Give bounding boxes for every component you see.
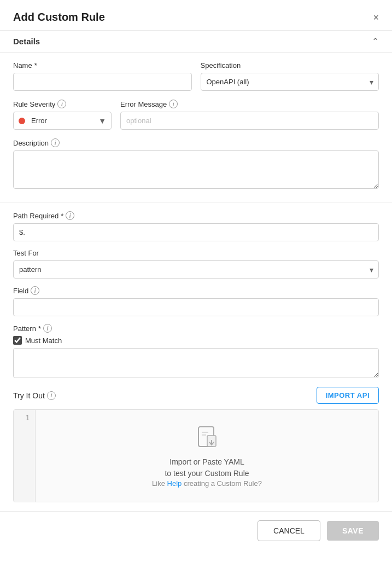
name-spec-row: Name * Specification OpenAPI (all) OpenA… (13, 61, 379, 91)
field-group: Field i (13, 286, 379, 316)
modal-footer: CANCEL SAVE (0, 511, 392, 550)
test-for-select-wrapper: pattern truthy falsy defined undefined a… (13, 260, 379, 279)
severity-select[interactable]: Error Warning Info Hint (13, 112, 112, 130)
details-chevron-icon: ⌃ (372, 36, 379, 47)
specification-select-wrapper: OpenAPI (all) OpenAPI 2.0 OpenAPI 3.0 As… (201, 73, 379, 91)
name-group: Name * (13, 61, 192, 91)
name-input[interactable] (13, 73, 192, 91)
modal-header: Add Custom Rule × (0, 0, 392, 30)
severity-info-icon[interactable]: i (57, 100, 66, 108)
pattern-info-icon[interactable]: i (43, 324, 52, 333)
import-yaml-text: Import or Paste YAML to test your Custom… (152, 456, 262, 488)
pattern-group: Pattern * i Must Match (13, 324, 379, 378)
must-match-label[interactable]: Must Match (25, 337, 62, 345)
details-section-title: Details (13, 37, 40, 46)
path-required-label: Path Required * i (13, 211, 379, 220)
rule-config-section: Path Required * i Test For pattern truth… (0, 211, 392, 387)
severity-label: Rule Severity i (13, 100, 112, 108)
close-button[interactable]: × (373, 13, 379, 22)
try-it-out-info-icon[interactable]: i (47, 391, 56, 400)
add-custom-rule-modal: Add Custom Rule × Details ⌃ Name * Speci… (0, 0, 392, 580)
path-required-group: Path Required * i (13, 211, 379, 241)
error-message-group: Error Message i (120, 100, 379, 130)
modal-title: Add Custom Rule (13, 11, 105, 24)
code-content-area: Import or Paste YAML to test your Custom… (36, 410, 378, 502)
error-message-label: Error Message i (120, 100, 379, 108)
error-message-input[interactable] (120, 112, 379, 130)
section-divider (0, 202, 392, 202)
line-numbers: 1 (14, 410, 36, 502)
name-label: Name * (13, 61, 192, 69)
details-section-header[interactable]: Details ⌃ (0, 30, 392, 53)
test-for-select[interactable]: pattern truthy falsy defined undefined a… (13, 260, 379, 279)
path-required-input[interactable] (13, 223, 379, 241)
try-it-out-section: Try It Out i IMPORT API 1 (0, 387, 392, 511)
details-form-body: Name * Specification OpenAPI (all) OpenA… (0, 53, 392, 198)
cancel-button[interactable]: CANCEL (258, 520, 320, 541)
field-label: Field i (13, 286, 379, 295)
must-match-checkbox-wrapper: Must Match (13, 336, 379, 345)
specification-select[interactable]: OpenAPI (all) OpenAPI 2.0 OpenAPI 3.0 As… (201, 73, 379, 91)
import-yaml-icon (194, 425, 220, 451)
description-info-icon[interactable]: i (51, 138, 60, 147)
try-it-out-header: Try It Out i IMPORT API (13, 387, 379, 404)
description-textarea[interactable] (13, 150, 379, 189)
pattern-textarea[interactable] (13, 348, 379, 378)
save-button[interactable]: SAVE (327, 521, 379, 541)
code-editor-area: 1 Import or Paste YAML to test your Cust… (13, 409, 379, 502)
field-info-icon[interactable]: i (31, 286, 39, 295)
test-for-label: Test For (13, 249, 379, 257)
path-required-info-icon[interactable]: i (66, 211, 74, 220)
severity-select-container: Error Warning Info Hint ▼ (13, 112, 112, 130)
import-api-button[interactable]: IMPORT API (317, 387, 379, 404)
pattern-label: Pattern * i (13, 324, 379, 333)
severity-error-row: Rule Severity i Error Warning Info Hint … (13, 100, 379, 130)
test-for-group: Test For pattern truthy falsy defined un… (13, 249, 379, 279)
field-input[interactable] (13, 298, 379, 316)
help-link[interactable]: Help (167, 479, 182, 488)
specification-label: Specification (201, 61, 379, 69)
error-message-info-icon[interactable]: i (169, 100, 178, 108)
must-match-checkbox[interactable] (13, 336, 22, 345)
severity-group: Rule Severity i Error Warning Info Hint … (13, 100, 112, 130)
specification-group: Specification OpenAPI (all) OpenAPI 2.0 … (201, 61, 379, 91)
description-label: Description i (13, 138, 379, 147)
description-group: Description i (13, 138, 379, 189)
try-it-out-label: Try It Out i (13, 391, 56, 400)
